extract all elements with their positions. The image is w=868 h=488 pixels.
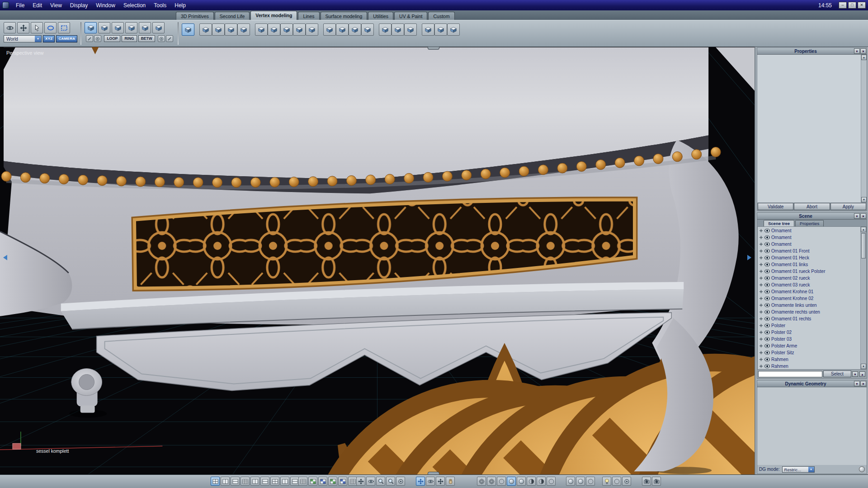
scene-close-icon[interactable]: ✕ [860, 213, 866, 219]
eye-view-icon[interactable] [396, 477, 405, 486]
tree-row-polster-arme[interactable]: Polster Arme [759, 343, 860, 349]
tree-row-polster-02[interactable]: Polster 02 [759, 329, 860, 336]
layout-grid-icon[interactable] [241, 477, 250, 486]
properties-close-icon[interactable]: ✕ [860, 48, 866, 54]
world-dropdown-icon[interactable]: ▼ [35, 36, 41, 42]
menu-tools[interactable]: Tools [150, 1, 170, 10]
layout-quad2-icon[interactable] [270, 477, 279, 486]
vertex-tool-icon-1[interactable] [182, 23, 194, 36]
layout-split-icon[interactable] [280, 477, 289, 486]
ring-select-icon[interactable] [152, 22, 165, 33]
smooth-shading-icon[interactable] [507, 477, 516, 486]
tree-row-ornament-2[interactable]: Ornament [759, 234, 860, 241]
menu-file[interactable]: File [12, 1, 28, 10]
object-mode-icon[interactable] [125, 22, 137, 33]
menu-help[interactable]: Help [170, 1, 190, 10]
grow-selection-icon[interactable] [158, 35, 165, 42]
tab-scene-tree[interactable]: Scene tree [764, 220, 794, 226]
visibility-eye-icon[interactable] [764, 269, 770, 273]
grid-display-icon[interactable] [298, 477, 307, 486]
properties-collapse-icon[interactable]: ▼ [854, 48, 860, 54]
specular-sphere-icon[interactable] [566, 477, 575, 486]
paint-grid2-icon[interactable] [328, 477, 337, 486]
ring-button[interactable]: RING [122, 35, 137, 42]
vertex-tool-icon-14[interactable] [361, 23, 374, 36]
world-selector[interactable]: World ▼ [4, 35, 42, 42]
perspective-viewport[interactable]: Perspective view sessel komplett [0, 47, 755, 474]
visibility-eye-icon[interactable] [764, 303, 770, 307]
camera-icon[interactable] [642, 477, 651, 486]
tree-scroll-up-icon[interactable]: ▲ [861, 227, 866, 232]
zoom-region-icon[interactable] [386, 477, 395, 486]
visibility-eye-icon[interactable] [764, 296, 770, 300]
reflection-sphere-icon[interactable] [576, 477, 585, 486]
layout-cols3-icon[interactable] [250, 477, 259, 486]
close-button[interactable]: ✕ [858, 2, 866, 9]
edge-mode-icon[interactable] [98, 22, 110, 33]
menu-view[interactable]: View [46, 1, 66, 10]
vertex-tool-icon-9[interactable] [293, 23, 306, 36]
tree-row-ornament-02-rueck[interactable]: Ornament 02 rueck [759, 275, 860, 282]
tab-second-life[interactable]: Second Life [215, 12, 250, 20]
visibility-eye-icon[interactable] [764, 317, 770, 321]
vertex-tool-icon-17[interactable] [404, 23, 417, 36]
vertex-tool-icon-4[interactable] [225, 23, 237, 36]
visibility-eye-icon[interactable] [764, 330, 770, 334]
menu-window[interactable]: Window [92, 1, 119, 10]
camera-toggle-button[interactable]: CAMERA [56, 35, 77, 42]
paint-select-icon[interactable] [94, 35, 101, 42]
zoom-icon[interactable] [376, 477, 385, 486]
tree-row-ornament-01-rechts[interactable]: Ornament 01 rechts [759, 315, 860, 322]
tab-lines[interactable]: Lines [298, 12, 319, 20]
tree-row-polster-sitz[interactable]: Polster Sitz [759, 349, 860, 356]
maximize-button[interactable]: □ [848, 2, 856, 9]
viewport-3d-scene[interactable] [0, 47, 755, 474]
tab-uv-paint[interactable]: UV & Paint [394, 12, 427, 20]
vertex-tool-icon-8[interactable] [280, 23, 293, 36]
vertex-tool-icon-7[interactable] [268, 23, 280, 36]
visibility-eye-icon[interactable] [764, 351, 770, 355]
vertex-tool-icon-16[interactable] [392, 23, 404, 36]
textured-shading-icon[interactable] [517, 477, 526, 486]
dg-mode-dropdown[interactable]: Restric... ▼ [782, 466, 815, 473]
tab-custom[interactable]: Custom [428, 12, 454, 20]
tab-utilities[interactable]: Utilities [368, 12, 393, 20]
select-options-icon[interactable]: ▼ [852, 371, 858, 377]
tree-row-ornament-3[interactable]: Ornament [759, 241, 860, 248]
tree-row-ornament-01-links[interactable]: Ornament 01 links [759, 261, 860, 268]
orbit-view-icon[interactable] [366, 477, 375, 486]
tree-row-ornament-01-rueck-polster[interactable]: Ornament 01 rueck Polster [759, 268, 860, 275]
apply-button[interactable]: Apply [830, 203, 866, 210]
render-icon[interactable] [652, 477, 661, 486]
tree-row-rahmen-1[interactable]: Rahmen [759, 356, 860, 363]
orbit-icon[interactable] [4, 22, 16, 33]
betw-button[interactable]: BETW [138, 35, 155, 42]
ghost-shading-icon[interactable] [537, 477, 546, 486]
scene-tree-scrollbar[interactable]: ▲ ▼ [860, 227, 866, 369]
menu-edit[interactable]: Edit [28, 1, 46, 10]
loop-button[interactable]: LOOP [104, 35, 120, 42]
wireframe-shading-icon[interactable] [477, 477, 486, 486]
tree-row-ornamente-rechts-unten[interactable]: Ornamente rechts unten [759, 309, 860, 315]
tab-surface-modeling[interactable]: Surface modeling [321, 12, 368, 20]
pan-tool-icon[interactable] [446, 477, 455, 486]
tree-row-ornament-01-heck[interactable]: Ornament 01 Heck [759, 254, 860, 261]
tree-row-ornamente-links-unten[interactable]: Ornamente links unten [759, 302, 860, 309]
tree-row-ornament-01-front[interactable]: Ornament 01 Front [759, 248, 860, 254]
hidden-line-shading-icon[interactable] [487, 477, 496, 486]
menu-selection[interactable]: Selection [119, 1, 150, 10]
tree-row-ornament-krohne-01[interactable]: Ornament Krohne 01 [759, 288, 860, 295]
scene-filter-input[interactable] [758, 371, 822, 377]
layout-quad-icon[interactable] [211, 477, 220, 486]
paint-grid-icon[interactable] [308, 477, 317, 486]
visibility-eye-icon[interactable] [764, 357, 770, 361]
minimize-button[interactable]: – [839, 2, 847, 9]
tree-row-ornament-1[interactable]: Ornament [759, 227, 860, 234]
visibility-eye-icon[interactable] [764, 229, 770, 233]
visibility-eye-icon[interactable] [764, 263, 770, 267]
visibility-eye-icon[interactable] [764, 364, 770, 368]
loop-select-icon[interactable] [139, 22, 151, 33]
tree-scroll-thumb[interactable] [861, 233, 866, 258]
tree-row-polster[interactable]: Polster [759, 322, 860, 329]
scroll-down-icon[interactable]: ▼ [861, 197, 867, 202]
